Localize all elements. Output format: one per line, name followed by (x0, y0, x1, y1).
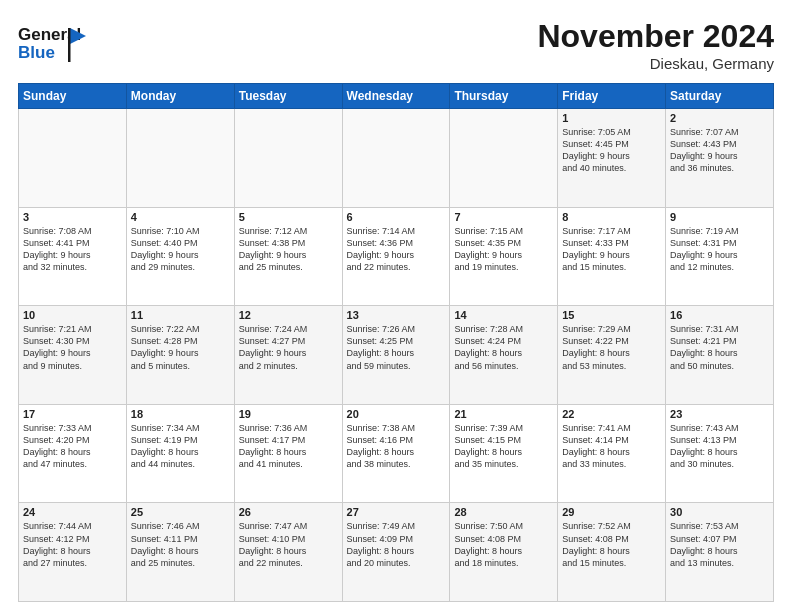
calendar-cell: 18Sunrise: 7:34 AM Sunset: 4:19 PM Dayli… (126, 404, 234, 503)
calendar-cell: 3Sunrise: 7:08 AM Sunset: 4:41 PM Daylig… (19, 207, 127, 306)
calendar-cell: 5Sunrise: 7:12 AM Sunset: 4:38 PM Daylig… (234, 207, 342, 306)
day-info: Sunrise: 7:15 AM Sunset: 4:35 PM Dayligh… (454, 225, 553, 274)
calendar-cell: 17Sunrise: 7:33 AM Sunset: 4:20 PM Dayli… (19, 404, 127, 503)
week-row-1: 1Sunrise: 7:05 AM Sunset: 4:45 PM Daylig… (19, 109, 774, 208)
day-info: Sunrise: 7:53 AM Sunset: 4:07 PM Dayligh… (670, 520, 769, 569)
day-info: Sunrise: 7:29 AM Sunset: 4:22 PM Dayligh… (562, 323, 661, 372)
calendar-cell: 11Sunrise: 7:22 AM Sunset: 4:28 PM Dayli… (126, 306, 234, 405)
weekday-header-sunday: Sunday (19, 84, 127, 109)
weekday-header-row: SundayMondayTuesdayWednesdayThursdayFrid… (19, 84, 774, 109)
day-info: Sunrise: 7:05 AM Sunset: 4:45 PM Dayligh… (562, 126, 661, 175)
day-number: 26 (239, 506, 338, 518)
calendar-cell: 14Sunrise: 7:28 AM Sunset: 4:24 PM Dayli… (450, 306, 558, 405)
calendar-cell: 13Sunrise: 7:26 AM Sunset: 4:25 PM Dayli… (342, 306, 450, 405)
day-number: 15 (562, 309, 661, 321)
day-info: Sunrise: 7:10 AM Sunset: 4:40 PM Dayligh… (131, 225, 230, 274)
day-number: 14 (454, 309, 553, 321)
day-info: Sunrise: 7:28 AM Sunset: 4:24 PM Dayligh… (454, 323, 553, 372)
day-info: Sunrise: 7:24 AM Sunset: 4:27 PM Dayligh… (239, 323, 338, 372)
day-info: Sunrise: 7:17 AM Sunset: 4:33 PM Dayligh… (562, 225, 661, 274)
header: General Blue November 2024 Dieskau, Germ… (18, 18, 774, 73)
day-number: 16 (670, 309, 769, 321)
weekday-header-friday: Friday (558, 84, 666, 109)
title-block: November 2024 Dieskau, Germany (537, 18, 774, 72)
day-number: 20 (347, 408, 446, 420)
day-number: 2 (670, 112, 769, 124)
day-info: Sunrise: 7:39 AM Sunset: 4:15 PM Dayligh… (454, 422, 553, 471)
calendar-cell (126, 109, 234, 208)
day-number: 25 (131, 506, 230, 518)
calendar-cell: 9Sunrise: 7:19 AM Sunset: 4:31 PM Daylig… (666, 207, 774, 306)
calendar-cell: 19Sunrise: 7:36 AM Sunset: 4:17 PM Dayli… (234, 404, 342, 503)
weekday-header-monday: Monday (126, 84, 234, 109)
calendar-cell: 27Sunrise: 7:49 AM Sunset: 4:09 PM Dayli… (342, 503, 450, 602)
day-number: 18 (131, 408, 230, 420)
day-number: 9 (670, 211, 769, 223)
day-info: Sunrise: 7:50 AM Sunset: 4:08 PM Dayligh… (454, 520, 553, 569)
calendar-cell: 10Sunrise: 7:21 AM Sunset: 4:30 PM Dayli… (19, 306, 127, 405)
calendar-cell (19, 109, 127, 208)
calendar-cell: 23Sunrise: 7:43 AM Sunset: 4:13 PM Dayli… (666, 404, 774, 503)
day-number: 5 (239, 211, 338, 223)
day-info: Sunrise: 7:52 AM Sunset: 4:08 PM Dayligh… (562, 520, 661, 569)
day-info: Sunrise: 7:26 AM Sunset: 4:25 PM Dayligh… (347, 323, 446, 372)
week-row-3: 10Sunrise: 7:21 AM Sunset: 4:30 PM Dayli… (19, 306, 774, 405)
calendar-cell: 24Sunrise: 7:44 AM Sunset: 4:12 PM Dayli… (19, 503, 127, 602)
calendar-cell: 7Sunrise: 7:15 AM Sunset: 4:35 PM Daylig… (450, 207, 558, 306)
calendar-cell: 12Sunrise: 7:24 AM Sunset: 4:27 PM Dayli… (234, 306, 342, 405)
day-info: Sunrise: 7:33 AM Sunset: 4:20 PM Dayligh… (23, 422, 122, 471)
calendar-cell (342, 109, 450, 208)
day-info: Sunrise: 7:34 AM Sunset: 4:19 PM Dayligh… (131, 422, 230, 471)
day-number: 12 (239, 309, 338, 321)
day-number: 19 (239, 408, 338, 420)
calendar-cell: 28Sunrise: 7:50 AM Sunset: 4:08 PM Dayli… (450, 503, 558, 602)
day-number: 3 (23, 211, 122, 223)
day-info: Sunrise: 7:49 AM Sunset: 4:09 PM Dayligh… (347, 520, 446, 569)
day-info: Sunrise: 7:43 AM Sunset: 4:13 PM Dayligh… (670, 422, 769, 471)
week-row-2: 3Sunrise: 7:08 AM Sunset: 4:41 PM Daylig… (19, 207, 774, 306)
calendar-cell: 26Sunrise: 7:47 AM Sunset: 4:10 PM Dayli… (234, 503, 342, 602)
day-info: Sunrise: 7:41 AM Sunset: 4:14 PM Dayligh… (562, 422, 661, 471)
day-number: 27 (347, 506, 446, 518)
day-info: Sunrise: 7:44 AM Sunset: 4:12 PM Dayligh… (23, 520, 122, 569)
calendar-cell: 2Sunrise: 7:07 AM Sunset: 4:43 PM Daylig… (666, 109, 774, 208)
calendar-cell (450, 109, 558, 208)
day-info: Sunrise: 7:14 AM Sunset: 4:36 PM Dayligh… (347, 225, 446, 274)
svg-text:Blue: Blue (18, 43, 55, 62)
day-number: 8 (562, 211, 661, 223)
calendar-cell: 29Sunrise: 7:52 AM Sunset: 4:08 PM Dayli… (558, 503, 666, 602)
week-row-5: 24Sunrise: 7:44 AM Sunset: 4:12 PM Dayli… (19, 503, 774, 602)
day-info: Sunrise: 7:07 AM Sunset: 4:43 PM Dayligh… (670, 126, 769, 175)
svg-rect-3 (68, 28, 71, 62)
day-info: Sunrise: 7:19 AM Sunset: 4:31 PM Dayligh… (670, 225, 769, 274)
calendar-cell: 4Sunrise: 7:10 AM Sunset: 4:40 PM Daylig… (126, 207, 234, 306)
weekday-header-tuesday: Tuesday (234, 84, 342, 109)
day-number: 29 (562, 506, 661, 518)
weekday-header-saturday: Saturday (666, 84, 774, 109)
day-number: 13 (347, 309, 446, 321)
weekday-header-thursday: Thursday (450, 84, 558, 109)
day-info: Sunrise: 7:31 AM Sunset: 4:21 PM Dayligh… (670, 323, 769, 372)
calendar-cell: 15Sunrise: 7:29 AM Sunset: 4:22 PM Dayli… (558, 306, 666, 405)
day-info: Sunrise: 7:46 AM Sunset: 4:11 PM Dayligh… (131, 520, 230, 569)
day-info: Sunrise: 7:38 AM Sunset: 4:16 PM Dayligh… (347, 422, 446, 471)
day-number: 11 (131, 309, 230, 321)
calendar-table: SundayMondayTuesdayWednesdayThursdayFrid… (18, 83, 774, 602)
day-info: Sunrise: 7:36 AM Sunset: 4:17 PM Dayligh… (239, 422, 338, 471)
day-number: 7 (454, 211, 553, 223)
weekday-header-wednesday: Wednesday (342, 84, 450, 109)
calendar-cell: 8Sunrise: 7:17 AM Sunset: 4:33 PM Daylig… (558, 207, 666, 306)
calendar-cell: 16Sunrise: 7:31 AM Sunset: 4:21 PM Dayli… (666, 306, 774, 405)
day-number: 22 (562, 408, 661, 420)
day-number: 28 (454, 506, 553, 518)
day-info: Sunrise: 7:47 AM Sunset: 4:10 PM Dayligh… (239, 520, 338, 569)
calendar-cell: 1Sunrise: 7:05 AM Sunset: 4:45 PM Daylig… (558, 109, 666, 208)
calendar-cell: 20Sunrise: 7:38 AM Sunset: 4:16 PM Dayli… (342, 404, 450, 503)
calendar-cell: 21Sunrise: 7:39 AM Sunset: 4:15 PM Dayli… (450, 404, 558, 503)
day-info: Sunrise: 7:21 AM Sunset: 4:30 PM Dayligh… (23, 323, 122, 372)
day-number: 1 (562, 112, 661, 124)
day-info: Sunrise: 7:08 AM Sunset: 4:41 PM Dayligh… (23, 225, 122, 274)
logo: General Blue (18, 18, 88, 73)
calendar-cell: 30Sunrise: 7:53 AM Sunset: 4:07 PM Dayli… (666, 503, 774, 602)
day-number: 21 (454, 408, 553, 420)
